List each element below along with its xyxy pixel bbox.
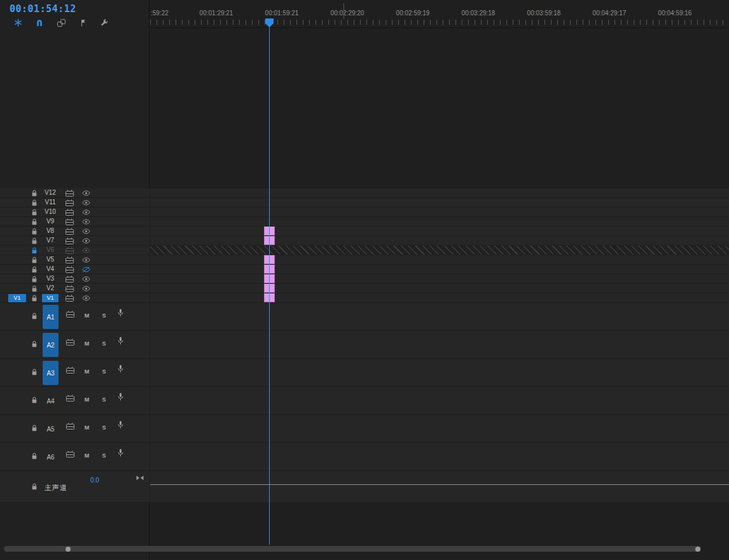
track-name[interactable]: V10 xyxy=(41,207,60,216)
track-name[interactable]: V5 xyxy=(41,255,60,264)
sync-lock-icon[interactable] xyxy=(66,237,74,244)
lock-icon[interactable] xyxy=(31,256,38,263)
lock-icon[interactable] xyxy=(31,276,38,283)
lock-icon[interactable] xyxy=(31,452,38,459)
track-output-icon[interactable] xyxy=(82,295,90,301)
source-patch-v1[interactable]: V1 xyxy=(8,294,26,302)
track-output-icon[interactable] xyxy=(82,238,90,244)
sync-lock-icon[interactable] xyxy=(66,209,74,216)
lock-icon[interactable] xyxy=(31,340,38,347)
linked-selection-icon[interactable] xyxy=(56,18,66,27)
voiceover-record-icon[interactable] xyxy=(118,449,123,457)
track-name[interactable]: V2 xyxy=(41,284,60,293)
sync-lock-icon[interactable] xyxy=(66,367,74,374)
sync-lock-icon[interactable] xyxy=(66,218,74,225)
track-output-icon[interactable] xyxy=(82,200,90,206)
track-name-targeted[interactable]: A1 xyxy=(43,305,59,329)
sync-lock-icon[interactable] xyxy=(66,295,74,302)
track-name[interactable]: A4 xyxy=(43,387,59,415)
lock-icon[interactable] xyxy=(31,424,38,431)
sync-lock-icon[interactable] xyxy=(66,285,74,292)
mute-button[interactable]: M xyxy=(83,452,91,460)
sync-lock-icon[interactable] xyxy=(66,266,74,273)
voiceover-record-icon[interactable] xyxy=(118,421,123,429)
lock-icon[interactable] xyxy=(31,266,38,273)
lock-icon[interactable] xyxy=(31,247,38,254)
lock-icon[interactable] xyxy=(31,285,38,292)
lock-icon[interactable] xyxy=(31,190,38,197)
track-name[interactable]: V7 xyxy=(41,236,60,245)
track-name[interactable]: V3 xyxy=(41,274,60,283)
track-output-hidden-icon[interactable] xyxy=(82,267,90,272)
track-output-icon[interactable] xyxy=(82,190,90,196)
lock-icon[interactable] xyxy=(31,368,38,375)
solo-button[interactable]: S xyxy=(100,312,108,320)
lock-icon[interactable] xyxy=(31,396,38,403)
sync-lock-icon[interactable] xyxy=(66,256,74,263)
track-output-icon[interactable] xyxy=(82,276,90,282)
track-name[interactable]: V8 xyxy=(41,227,60,235)
lock-icon[interactable] xyxy=(31,312,38,319)
sync-lock-icon[interactable] xyxy=(66,228,74,235)
voiceover-record-icon[interactable] xyxy=(118,337,123,345)
zoom-handle-right[interactable] xyxy=(695,547,700,552)
sync-lock-icon[interactable] xyxy=(66,339,74,346)
lock-icon[interactable] xyxy=(31,483,38,490)
lock-icon[interactable] xyxy=(31,209,38,216)
add-marker-icon[interactable] xyxy=(78,18,88,27)
sync-lock-icon[interactable] xyxy=(66,395,74,402)
track-name[interactable]: A5 xyxy=(43,415,59,443)
track-name[interactable]: A6 xyxy=(43,443,59,471)
track-name[interactable]: V6 xyxy=(41,246,60,255)
sequence-timecode[interactable]: 00:01:54:12 xyxy=(10,3,76,15)
track-output-icon[interactable] xyxy=(82,257,90,263)
solo-button[interactable]: S xyxy=(100,396,108,404)
lock-icon[interactable] xyxy=(31,218,38,225)
sync-lock-icon[interactable] xyxy=(66,190,74,197)
keyframe-nav-icon[interactable] xyxy=(136,475,144,480)
mute-button[interactable]: M xyxy=(83,396,91,404)
master-level-value[interactable]: 0.0 xyxy=(90,477,99,484)
timeline-tracks-area[interactable] xyxy=(150,0,729,560)
track-output-icon[interactable] xyxy=(82,219,90,225)
track-name[interactable]: V12 xyxy=(41,188,60,197)
lock-icon[interactable] xyxy=(31,199,38,206)
track-name-targeted[interactable]: A2 xyxy=(43,333,59,357)
voiceover-record-icon[interactable] xyxy=(118,365,123,373)
track-output-icon[interactable] xyxy=(82,286,90,291)
sync-lock-icon[interactable] xyxy=(66,311,74,318)
voiceover-record-icon[interactable] xyxy=(118,309,123,317)
track-output-icon[interactable] xyxy=(82,228,90,234)
track-name-targeted[interactable]: A3 xyxy=(43,361,59,385)
solo-button[interactable]: S xyxy=(100,424,108,432)
horizontal-zoom-scrollbar[interactable] xyxy=(4,546,701,552)
track-output-icon[interactable] xyxy=(82,209,90,215)
sync-lock-icon[interactable] xyxy=(66,199,74,206)
track-name-targeted[interactable]: V1 xyxy=(42,294,59,302)
solo-button[interactable]: S xyxy=(100,452,108,460)
lock-icon[interactable] xyxy=(31,295,38,302)
zoom-handle-left[interactable] xyxy=(66,547,71,552)
mute-button[interactable]: M xyxy=(83,340,91,348)
sync-lock-icon[interactable] xyxy=(66,247,74,254)
lock-icon[interactable] xyxy=(31,237,38,244)
snap-icon[interactable] xyxy=(34,18,45,27)
track-name[interactable]: V11 xyxy=(41,198,60,207)
sync-lock-icon[interactable] xyxy=(66,423,74,430)
voiceover-record-icon[interactable] xyxy=(118,393,123,401)
nest-sequences-icon[interactable] xyxy=(13,18,23,27)
solo-button[interactable]: S xyxy=(100,340,108,348)
mute-button[interactable]: M xyxy=(83,312,91,320)
mute-button[interactable]: M xyxy=(83,424,91,432)
mute-button[interactable]: M xyxy=(83,368,91,376)
solo-button[interactable]: S xyxy=(100,368,108,376)
sync-lock-icon[interactable] xyxy=(66,451,74,458)
track-output-icon[interactable] xyxy=(82,248,90,253)
lock-icon[interactable] xyxy=(31,228,38,235)
sync-lock-icon[interactable] xyxy=(66,276,74,283)
video-lane-v10 xyxy=(150,207,729,216)
master-volume-line[interactable] xyxy=(150,484,729,485)
timeline-settings-icon[interactable] xyxy=(99,18,109,27)
track-name[interactable]: V9 xyxy=(41,217,60,226)
track-name[interactable]: V4 xyxy=(41,265,60,274)
